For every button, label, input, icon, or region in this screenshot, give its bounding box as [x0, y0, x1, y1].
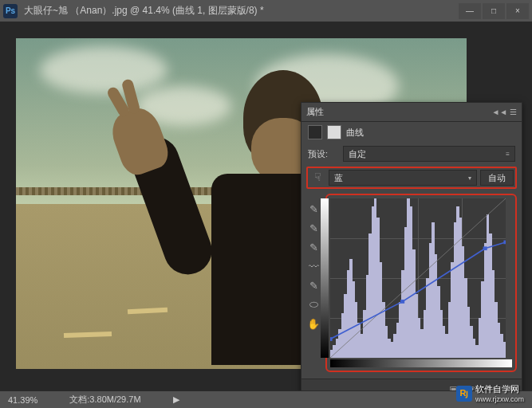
image-lane-mark: [128, 308, 167, 315]
maximize-button[interactable]: □: [483, 3, 505, 19]
window-controls: — □ ×: [459, 3, 529, 19]
image-cloud: [40, 46, 167, 94]
curves-tool-column: ✎ ✎ ✎ 〰 ✎ ⬭ ✋: [306, 194, 322, 372]
panel-title: 属性: [306, 106, 491, 118]
info-arrow-icon[interactable]: ▶: [173, 394, 179, 405]
preset-row: 预设: 自定 ≡: [301, 143, 522, 165]
draw-curve-icon[interactable]: ✎: [306, 278, 321, 292]
zoom-level[interactable]: 41.39%: [8, 395, 37, 405]
edit-curve-icon[interactable]: 〰: [306, 259, 321, 273]
properties-panel: 属性 ◄◄ ☰ 曲线 预设: 自定 ≡ ☟ 蓝 ▾ 自动 ✎ ✎ ✎ 〰 ✎ ⬭…: [301, 102, 522, 400]
histogram-chart[interactable]: [330, 198, 506, 358]
title-bar: Ps 大眼仔~旭 （Anan）.jpg @ 41.4% (曲线 1, 图层蒙版/…: [0, 0, 532, 22]
curve-path[interactable]: [330, 198, 506, 358]
eyedropper-black-icon[interactable]: ✎: [306, 202, 321, 216]
mask-icon[interactable]: [327, 125, 341, 139]
svg-rect-1: [330, 337, 333, 341]
channel-row-highlighted: ☟ 蓝 ▾ 自动: [306, 167, 517, 189]
input-gradient: [330, 359, 512, 367]
document-info[interactable]: 文档:3.80M/29.7M: [69, 394, 140, 406]
photoshop-logo-icon: Ps: [3, 4, 18, 18]
chevron-down-icon: ▾: [468, 175, 471, 182]
image-lane-mark: [64, 332, 112, 338]
close-button[interactable]: ×: [506, 3, 529, 19]
panel-header[interactable]: 属性 ◄◄ ☰: [301, 103, 522, 122]
smooth-curve-icon[interactable]: ⬭: [306, 297, 321, 312]
hand-tool-icon[interactable]: ✋: [306, 316, 321, 331]
svg-line-0: [330, 198, 506, 358]
svg-rect-2: [400, 300, 404, 304]
output-gradient: [321, 198, 329, 358]
svg-rect-4: [503, 241, 506, 245]
adjustment-type-row: 曲线: [301, 122, 522, 143]
watermark: Rյ 软件自学网 www.rjzxw.com: [456, 383, 524, 403]
curves-chart-highlighted: [325, 194, 517, 372]
chevron-down-icon: ≡: [506, 151, 510, 158]
panel-menu-icon[interactable]: ◄◄ ☰: [491, 108, 517, 116]
preset-value: 自定: [349, 148, 366, 160]
channel-value: 蓝: [334, 172, 343, 184]
curves-adjustment-icon[interactable]: [308, 125, 322, 139]
watermark-logo-icon: Rյ: [456, 386, 472, 402]
eyedropper-white-icon[interactable]: ✎: [306, 240, 321, 254]
status-bar: 41.39% 文档:3.80M/29.7M ▶: [0, 390, 532, 408]
targeted-adjustment-icon[interactable]: ☟: [309, 171, 325, 185]
channel-dropdown[interactable]: 蓝 ▾: [329, 170, 477, 186]
preset-dropdown[interactable]: 自定 ≡: [343, 146, 515, 162]
auto-button[interactable]: 自动: [480, 170, 514, 186]
watermark-text: 软件自学网 www.rjzxw.com: [475, 383, 524, 403]
minimize-button[interactable]: —: [459, 3, 481, 19]
preset-label: 预设:: [308, 148, 338, 160]
svg-rect-3: [483, 246, 487, 250]
adjustment-label: 曲线: [346, 127, 364, 139]
eyedropper-gray-icon[interactable]: ✎: [306, 221, 321, 235]
document-title: 大眼仔~旭 （Anan）.jpg @ 41.4% (曲线 1, 图层蒙版/8) …: [24, 4, 459, 18]
curves-editor: ✎ ✎ ✎ 〰 ✎ ⬭ ✋: [301, 190, 522, 379]
